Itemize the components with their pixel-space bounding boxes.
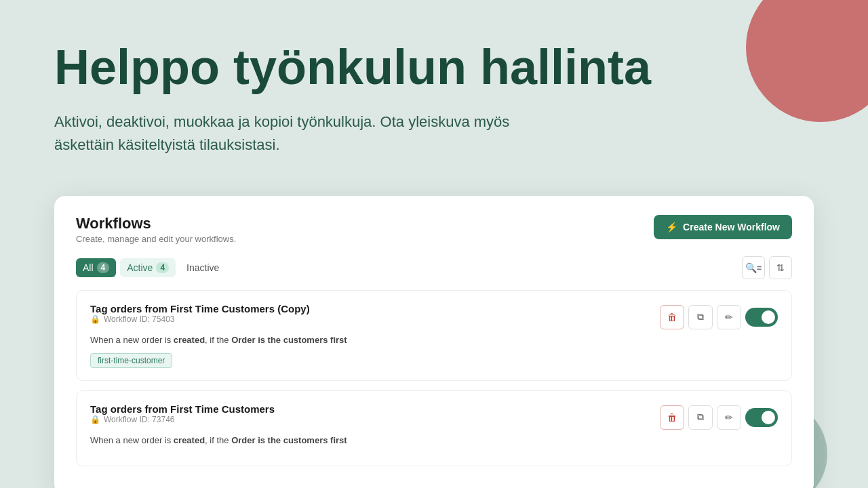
card-header-left: Workflows Create, manage and edit your w…	[76, 215, 236, 244]
sort-button[interactable]: ⇅	[769, 256, 792, 279]
tab-all-label: All	[83, 262, 94, 273]
desc-suffix-2: , if the	[205, 435, 231, 445]
workflow-id-2-text: Workflow ID: 73746	[104, 415, 175, 424]
workflow-item-1-id: 🔒 Workflow ID: 75403	[90, 314, 310, 324]
bolt-icon: ⚡	[666, 222, 677, 232]
search-filter-button[interactable]: 🔍 ≡	[742, 256, 765, 279]
desc-prefix-1: When a new order is	[90, 335, 174, 345]
workflow-item-1-desc: When a new order is created, if the Orde…	[90, 335, 778, 345]
edit-button-1[interactable]: ✏	[717, 305, 741, 329]
delete-icon-1: 🗑	[667, 312, 677, 323]
create-workflow-button[interactable]: ⚡ Create New Workflow	[654, 215, 792, 239]
workflow-item-2-id: 🔒 Workflow ID: 73746	[90, 415, 275, 424]
tab-inactive-label: Inactive	[186, 262, 219, 273]
desc-action-1: created	[174, 335, 205, 345]
tabs-row: All 4 Active 4 Inactive 🔍 ≡ ⇅	[76, 256, 792, 279]
desc-condition-1: Order is the customers first	[231, 335, 347, 345]
create-workflow-label: Create New Workflow	[683, 222, 780, 232]
tab-all-badge: 4	[97, 262, 110, 273]
desc-prefix-2: When a new order is	[90, 435, 174, 445]
workflow-item-2-title: Tag orders from First Time Customers	[90, 403, 275, 415]
tabs-left: All 4 Active 4 Inactive	[76, 258, 226, 277]
workflow-item-2-left: Tag orders from First Time Customers 🔒 W…	[90, 403, 275, 431]
tab-all[interactable]: All 4	[76, 258, 116, 277]
workflow-item-1-tags: first-time-customer	[90, 353, 778, 368]
workflow-id-1-text: Workflow ID: 75403	[104, 314, 175, 324]
edit-icon-1: ✏	[725, 312, 733, 323]
hero-subtitle: Aktivoi, deaktivoi, muokkaa ja kopioi ty…	[54, 110, 570, 157]
copy-button-1[interactable]: ⧉	[688, 305, 713, 329]
workflow-item-2-desc: When a new order is created, if the Orde…	[90, 435, 778, 445]
copy-icon-1: ⧉	[697, 311, 704, 323]
hero-title: Helppo työnkulun hallinta	[54, 41, 814, 94]
tabs-right: 🔍 ≡ ⇅	[742, 256, 792, 279]
tab-active-label: Active	[127, 262, 153, 273]
edit-icon-2: ✏	[725, 412, 733, 423]
tab-active[interactable]: Active 4	[120, 258, 176, 277]
copy-button-2[interactable]: ⧉	[688, 405, 713, 430]
filter-icon: ≡	[757, 263, 762, 273]
card-subtitle: Create, manage and edit your workflows.	[76, 234, 236, 244]
desc-suffix-1: , if the	[205, 335, 231, 345]
copy-icon-2: ⧉	[697, 411, 704, 423]
workflow-item-1-left: Tag orders from First Time Customers (Co…	[90, 303, 310, 331]
workflow-item-1-actions: 🗑 ⧉ ✏	[660, 305, 778, 329]
workflow-item-1-title: Tag orders from First Time Customers (Co…	[90, 303, 310, 314]
edit-button-2[interactable]: ✏	[717, 405, 741, 430]
tab-inactive[interactable]: Inactive	[180, 258, 226, 277]
delete-icon-2: 🗑	[667, 412, 677, 423]
hero-section: Helppo työnkulun hallinta Aktivoi, deakt…	[0, 0, 868, 177]
desc-action-2: created	[174, 435, 205, 445]
desc-condition-2: Order is the customers first	[231, 435, 347, 445]
workflow-item-2: Tag orders from First Time Customers 🔒 W…	[76, 390, 792, 466]
shield-icon-1: 🔒	[90, 314, 100, 324]
delete-button-1[interactable]: 🗑	[660, 305, 684, 329]
workflow-item-1: Tag orders from First Time Customers (Co…	[76, 290, 792, 381]
toggle-1[interactable]	[745, 308, 778, 327]
workflow-tag-1: first-time-customer	[90, 353, 172, 368]
card-title: Workflows	[76, 215, 236, 232]
workflow-item-2-header: Tag orders from First Time Customers 🔒 W…	[90, 403, 778, 431]
workflows-card: Workflows Create, manage and edit your w…	[54, 196, 814, 488]
shield-icon-2: 🔒	[90, 415, 100, 424]
workflow-item-2-actions: 🗑 ⧉ ✏	[660, 405, 778, 430]
search-icon: 🔍	[745, 262, 757, 273]
sort-icon: ⇅	[776, 262, 785, 273]
toggle-2[interactable]	[745, 408, 778, 427]
delete-button-2[interactable]: 🗑	[660, 405, 684, 430]
workflow-item-1-header: Tag orders from First Time Customers (Co…	[90, 303, 778, 331]
card-header: Workflows Create, manage and edit your w…	[76, 215, 792, 244]
tab-active-badge: 4	[156, 262, 169, 273]
